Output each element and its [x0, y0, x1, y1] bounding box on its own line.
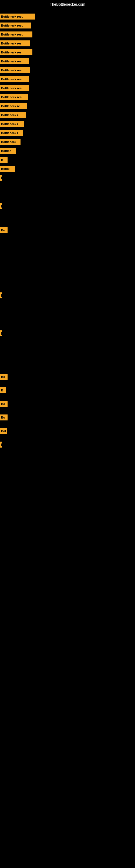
bar-item: Bottleneck r: [0, 130, 23, 136]
bar-label: Bot: [0, 428, 7, 434]
bar-label: Bo: [0, 227, 8, 233]
site-title: TheBottlenecker.com: [0, 0, 135, 8]
bar-label: Bo: [0, 401, 8, 407]
bar-item: Bot: [0, 428, 7, 434]
bar-item: Bottle: [0, 166, 15, 172]
bar-item: Bottleneck resu: [0, 23, 31, 29]
bar-item: Bottleneck: [0, 139, 20, 145]
bar-label: Bottleneck res: [0, 76, 29, 82]
bar-label: Bottleneck resu: [0, 23, 31, 29]
bar-label: Bottleneck res: [0, 58, 29, 64]
bar-label: Bottleneck r: [0, 121, 24, 127]
bar-label: B: [0, 157, 8, 163]
bar-item: Bo: [0, 374, 8, 380]
bar-item: Bottleneck resu: [0, 31, 32, 37]
bar-label: Bottleneck res: [0, 67, 30, 73]
bar-label: B: [0, 388, 6, 393]
bar-item: |: [0, 292, 2, 299]
bar-label: Bottleneck r: [0, 130, 23, 136]
bar-item: Bottleneck res: [0, 40, 30, 46]
bar-item: Bottleneck res: [0, 85, 29, 91]
bar-label: Bo: [0, 414, 8, 421]
bar-label: Bottleneck res: [0, 40, 30, 46]
bar-label: Bottleneck res: [0, 50, 32, 55]
bar-label: Bottle: [0, 166, 15, 172]
bar-item: Bo: [0, 227, 8, 233]
bar-item: Bottleneck res: [0, 67, 30, 73]
bar-item: Bottleneck r: [0, 112, 26, 118]
bar-item: Bottleneck res: [0, 94, 28, 100]
bar-item: Bottleneck res: [0, 76, 29, 82]
bar-label: |: [0, 442, 2, 447]
bar-item: Bo: [0, 401, 8, 407]
bar-label: Bottleneck re: [0, 103, 27, 109]
bar-item: |: [0, 175, 2, 181]
bar-item: Bottleneck resu: [0, 13, 35, 20]
bar-item: Bottleneck res: [0, 50, 32, 55]
bar-label: |: [0, 203, 2, 209]
bar-item: Bottleneck res: [0, 58, 29, 64]
bar-label: Bottleneck resu: [0, 31, 32, 37]
bar-label: |: [0, 175, 2, 181]
bar-item: B: [0, 157, 8, 163]
bar-item: Bottlen: [0, 148, 16, 154]
bar-label: Bottleneck res: [0, 85, 29, 91]
bar-item: B: [0, 388, 6, 393]
bar-label: Bo: [0, 374, 8, 380]
bar-item: |: [0, 330, 2, 336]
bar-label: |: [0, 330, 2, 336]
bar-item: |: [0, 203, 2, 209]
bar-label: Bottleneck: [0, 139, 20, 145]
bar-item: Bo: [0, 414, 8, 421]
bar-label: Bottlen: [0, 148, 16, 154]
bar-label: |: [0, 292, 2, 299]
bar-label: Bottleneck r: [0, 112, 26, 118]
bar-item: Bottleneck r: [0, 121, 24, 127]
bar-label: Bottleneck resu: [0, 13, 35, 20]
bar-item: Bottleneck re: [0, 103, 27, 109]
bar-item: |: [0, 442, 2, 447]
bar-label: Bottleneck res: [0, 94, 28, 100]
